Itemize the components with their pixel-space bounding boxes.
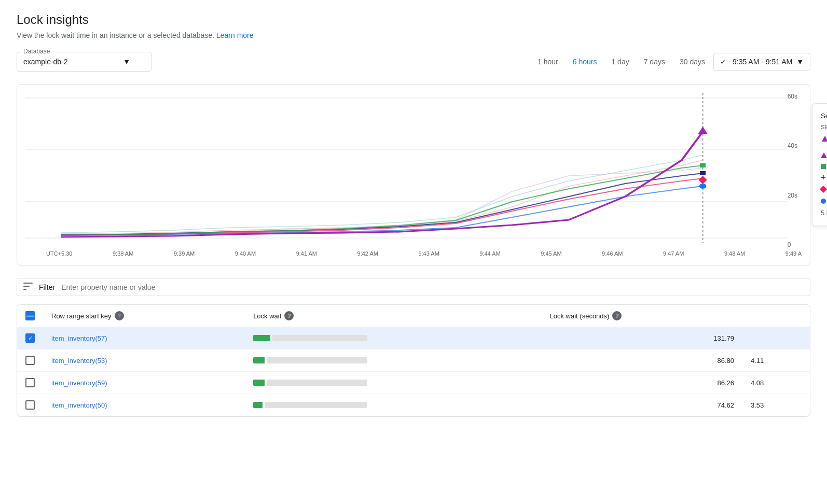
table-row: item_inventory(50) 74.62 3.53 [17,394,810,416]
row-1-checkbox[interactable]: ✓ [25,333,35,343]
row-4-checkbox[interactable] [25,400,35,410]
table-row: item_inventory(53) 86.80 4.11 [17,349,810,372]
row-1-bar-green [253,335,270,341]
header-extra [742,305,810,327]
checkmark-icon: ✓ [28,335,33,342]
filter-section: Filter — Row range start key [17,278,810,417]
row-2-bar-green [253,357,265,363]
svg-rect-10 [23,283,33,284]
time-btn-1hour[interactable]: 1 hour [531,53,564,70]
svg-rect-8 [700,163,706,167]
svg-rect-6 [700,171,706,175]
row-2-link[interactable]: item_inventory(53) [51,357,107,365]
x-label-1: 9:38 AM [113,250,133,257]
row-1-name: item_inventory(57) [43,327,245,349]
dropdown-chevron-icon: ▼ [796,58,804,66]
time-btn-30days[interactable]: 30 days [673,53,711,70]
x-label-6: 9:43 AM [418,250,439,257]
below-label: 5 below ? [821,208,827,217]
row-2-checkbox[interactable] [25,356,35,365]
row-2-bar-gray [267,357,367,363]
page-subtitle: View the lock wait time in an instance o… [17,31,810,39]
svg-marker-9 [698,127,708,134]
page-title: Lock insights [17,12,810,27]
tooltip-selected-label: SELECTED [821,124,827,130]
x-axis-labels: UTC+5:30 9:38 AM 9:39 AM 9:40 AM 9:41 AM… [25,250,802,257]
legend-icon-3 [820,186,827,193]
legend-item-2: + item_inventory(59) 17.27s [821,173,827,181]
legend-icon-1 [821,164,826,169]
selected-item-icon [821,134,827,143]
row-1-link[interactable]: item_inventory(57) [51,334,107,342]
time-btn-1day[interactable]: 1 day [605,53,635,70]
help-icon-row-range[interactable]: ? [115,311,124,320]
legend-item-3: item_inventory(53) 9.9s ? [821,185,827,194]
x-label-11: 9:48 AM [724,250,745,257]
x-label-4: 9:41 AM [296,250,317,257]
filter-bar: Filter [17,278,810,296]
row-3-link[interactable]: item_inventory(59) [51,379,107,387]
row-4-name: item_inventory(50) [43,394,245,416]
custom-range-value: 9:35 AM - 9:51 AM [733,58,792,66]
legend-item-4: item_inventory(50) 9.31s [821,197,827,205]
time-range-controls: 1 hour 6 hours 1 day 7 days 30 days ✓ 9:… [531,53,810,71]
row-2-seconds: 86.80 [542,349,742,372]
row-3-bar-green [253,380,265,386]
row-3-name: item_inventory(59) [43,372,245,394]
time-btn-6hours[interactable]: 6 hours [567,53,603,70]
header-lock-wait: Lock wait ? [245,305,541,327]
select-all-checkbox[interactable]: — [25,311,35,320]
tooltip-timestamp: Sep 29, 2022, 9:49:00 AM [821,112,827,120]
row-4-bar [245,394,541,416]
header-checkbox-cell[interactable]: — [17,305,43,327]
row-3-bar [245,372,541,394]
dropdown-arrow-icon: ▼ [123,58,130,66]
custom-time-range-button[interactable]: ✓ 9:35 AM - 9:51 AM ▼ [713,53,810,71]
table-row: item_inventory(59) 86.26 4.08 [17,372,810,394]
help-icon-lock-wait[interactable]: ? [284,311,294,320]
x-label-10: 9:47 AM [663,250,684,257]
x-label-7: 9:44 AM [479,250,500,257]
row-3-bar-gray [267,380,367,386]
chart-section: 60s 40s 20s 0 Sep 29, 2022, 9:49:00 AM S… [17,84,810,265]
row-4-extra: 3.53 [742,394,810,416]
row-3-checkbox[interactable] [25,378,35,387]
row-1-checkbox-cell[interactable]: ✓ [17,327,43,349]
minus-icon: — [26,312,34,319]
chart-svg[interactable] [25,93,802,248]
row-3-checkbox-cell[interactable] [17,372,43,394]
row-4-checkbox-cell[interactable] [17,394,43,416]
x-label-0: UTC+5:30 [46,250,72,257]
x-label-9: 9:46 AM [602,250,623,257]
row-4-seconds: 74.62 [542,394,742,416]
filter-label: Filter [39,283,55,291]
table-row: ✓ item_inventory(57) 131.79 [17,327,810,349]
chart-tooltip: Sep 29, 2022, 9:49:00 AM SELECTED item_i… [812,103,827,226]
tooltip-divider [821,147,827,147]
row-2-checkbox-cell[interactable] [17,349,43,372]
database-label: Database [21,48,52,55]
legend-icon-0 [821,152,827,158]
svg-point-5 [699,184,707,189]
chart-container: 60s 40s 20s 0 Sep 29, 2022, 9:49:00 AM S… [25,93,802,248]
table-container: — Row range start key ? Lock wait [17,304,810,417]
learn-more-link[interactable]: Learn more [216,31,254,39]
x-label-12: 9:49 A [785,250,802,257]
row-2-extra: 4.11 [742,349,810,372]
database-dropdown[interactable]: Database example-db-2 ▼ [17,52,151,72]
header-row-range: Row range start key ? [43,305,245,327]
time-btn-7days[interactable]: 7 days [638,53,671,70]
help-icon-lock-wait-seconds[interactable]: ? [612,311,622,320]
row-4-bar-gray [265,402,367,408]
row-1-extra [742,327,810,349]
database-selector: Database example-db-2 ▼ [17,52,151,72]
data-table: — Row range start key ? Lock wait [17,305,810,416]
filter-icon [23,283,33,291]
row-4-link[interactable]: item_inventory(50) [51,401,107,409]
filter-input[interactable] [61,283,804,291]
legend-icon-2: + [821,173,825,181]
svg-rect-11 [23,286,30,287]
x-label-5: 9:42 AM [357,250,378,257]
row-1-bar-gray [272,335,367,341]
svg-rect-12 [23,289,26,290]
